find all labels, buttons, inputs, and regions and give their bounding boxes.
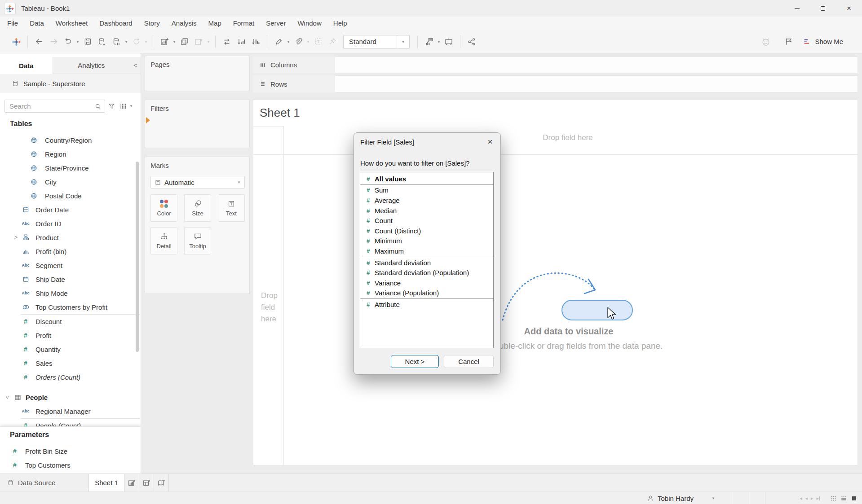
parameter-top-customers[interactable]: # Top Customers [0,458,141,472]
duplicate-button[interactable] [177,34,191,49]
fix-axes-button[interactable] [325,34,340,49]
tooltip-button[interactable]: Tooltip [184,227,211,254]
field-profit[interactable]: # Profit [0,329,141,342]
data-source-tab[interactable]: Data Source [0,474,88,491]
field-country-region[interactable]: Country/Region [0,133,141,147]
filter-option-all-values[interactable]: # All values [360,174,493,184]
menu-format[interactable]: Format [227,17,261,30]
new-worksheet-button[interactable] [157,34,172,49]
field-order-id[interactable]: Abc Order ID [0,217,141,231]
search-input[interactable] [5,100,90,112]
field-discount[interactable]: # Discount [0,315,141,329]
columns-shelf[interactable]: Columns [253,57,858,73]
replay-button[interactable] [61,34,75,49]
show-mark-labels-button[interactable] [311,34,325,49]
field-state-province[interactable]: State/Province [0,161,141,175]
field-profit-bin[interactable]: Profit (bin) [0,245,141,259]
close-button[interactable]: × [836,0,862,17]
field-regional-manager[interactable]: Abc Regional Manager [0,404,141,418]
menu-analysis[interactable]: Analysis [166,17,203,30]
tableau-logo-button[interactable] [9,34,23,49]
columns-shelf-drop-area[interactable] [335,57,858,73]
highlight-button[interactable] [271,34,286,49]
new-worksheet-caret-icon[interactable]: ▾ [172,39,177,44]
filter-option-attribute[interactable]: # Attribute [360,299,493,310]
cancel-button[interactable]: Cancel [444,355,494,368]
menu-data[interactable]: Data [24,17,50,30]
next-sheet-button[interactable]: ▸ [811,495,813,501]
menu-dashboard[interactable]: Dashboard [93,17,138,30]
filters-card[interactable]: Filters [145,100,250,148]
rows-shelf-drop-area[interactable] [335,75,858,92]
replay-caret-icon[interactable]: ▾ [75,39,80,44]
filter-option-minimum[interactable]: # Minimum [360,236,493,246]
field-postal-code[interactable]: Postal Code [0,189,141,203]
show-labels-caret-icon[interactable]: ▾ [436,39,442,44]
field-order-date[interactable]: Order Date [0,203,141,217]
new-data-source-button[interactable] [95,34,109,49]
parameter-profit-bin-size[interactable]: # Profit Bin Size [0,444,141,458]
mark-type-selector[interactable]: Automatic ▾ [150,176,245,188]
sheet-1-tab[interactable]: Sheet 1 [89,474,124,491]
new-worksheet-tab-button[interactable] [124,474,139,491]
data-pane-scrollbar[interactable] [136,162,139,352]
swap-rows-columns-button[interactable] [220,34,234,49]
fit-selector-dropdown[interactable]: ▾ [397,35,409,48]
filter-option-standard-deviation[interactable]: # Standard deviation [360,258,493,268]
undo-button[interactable] [32,34,46,49]
highlight-caret-icon[interactable]: ▾ [286,39,291,44]
last-sheet-button[interactable]: ▸ [817,495,820,501]
group-members-button[interactable] [291,34,305,49]
run-update-button[interactable] [129,34,143,49]
size-button[interactable]: Size [184,194,211,222]
menu-help[interactable]: Help [327,17,353,30]
menu-window[interactable]: Window [292,17,327,30]
user-menu[interactable]: Tobin Hardy ▾ [647,492,716,504]
maximize-button[interactable] [810,0,836,17]
pages-card[interactable]: Pages [145,56,250,91]
filter-option-variance[interactable]: # Variance [360,278,493,288]
filter-option-maximum[interactable]: # Maximum [360,246,493,256]
table-people[interactable]: > People [0,390,141,404]
sort-ascending-button[interactable] [234,34,248,49]
new-story-tab-button[interactable] [154,474,168,491]
color-button[interactable]: Color [150,194,177,222]
filter-option-standard-deviation-population[interactable]: # Standard deviation (Population) [360,267,493,278]
previous-sheet-button[interactable]: ◂ [805,495,808,501]
field-sales[interactable]: # Sales [0,356,141,370]
filter-option-median[interactable]: # Median [360,206,493,216]
next-button[interactable]: Next > [391,355,439,368]
fit-selector[interactable]: Standard ▾ [343,35,410,48]
expander-icon[interactable]: > [14,231,18,245]
filter-option-variance-population[interactable]: # Variance (Population) [360,288,493,298]
new-dashboard-tab-button[interactable] [139,474,154,491]
menu-server[interactable]: Server [260,17,292,30]
field-product[interactable]: > Product [0,231,141,245]
text-button[interactable]: Text [218,194,245,222]
einstein-copilot-button[interactable] [759,34,773,49]
expander-open-icon[interactable]: > [0,396,14,399]
redo-button[interactable] [46,34,61,49]
filter-option-count-distinct[interactable]: # Count (Distinct) [360,226,493,236]
filter-fields-icon[interactable] [108,102,115,110]
field-quantity[interactable]: # Quantity [0,342,141,356]
show-tabs-icon[interactable] [830,495,837,502]
field-orders-count[interactable]: # Orders (Count) [0,370,141,384]
menu-story[interactable]: Story [138,17,166,30]
filter-option-sum[interactable]: # Sum [360,185,493,196]
dialog-close-button[interactable]: × [482,136,498,148]
filter-option-count[interactable]: # Count [360,215,493,226]
collapse-pane-button[interactable]: < [130,57,141,74]
pause-auto-updates-button[interactable] [109,34,124,49]
sort-descending-button[interactable] [248,34,263,49]
field-segment[interactable]: Abc Segment [0,259,141,272]
share-button[interactable] [464,34,479,49]
field-top-customers-by-profit[interactable]: Top Customers by Profit [0,300,141,314]
field-city[interactable]: City [0,175,141,189]
view-options-icon[interactable] [119,102,127,110]
presentation-mode-button[interactable] [442,34,456,49]
clear-sheet-button[interactable] [191,34,206,49]
tab-data[interactable]: Data [0,57,53,74]
menu-file[interactable]: File [1,17,24,30]
view-options-caret-icon[interactable]: ▾ [128,104,134,108]
